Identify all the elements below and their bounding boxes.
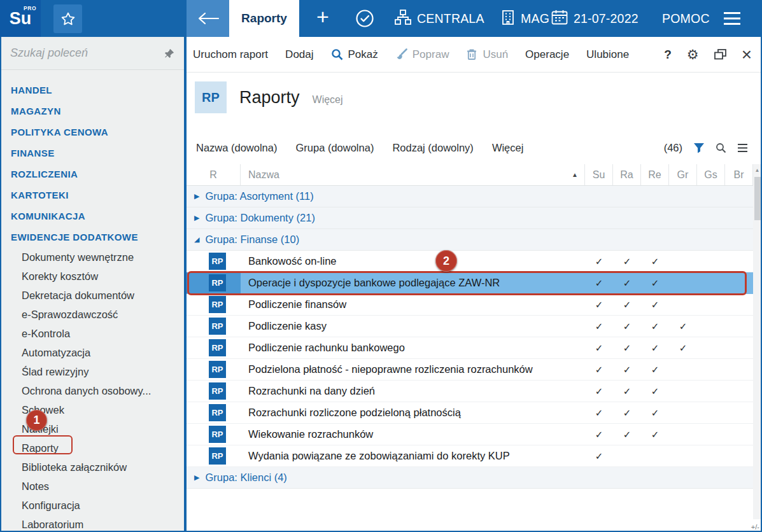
close-icon[interactable]: ×: [742, 48, 752, 61]
sidebar-item-korekty-koszt-w[interactable]: Korekty kosztów: [0, 267, 184, 286]
expand-icon[interactable]: ▶: [194, 214, 199, 222]
toolbar-usu-button[interactable]: Usuń: [466, 48, 508, 61]
group-row-grupa-dokumenty-21[interactable]: ▶Grupa: Dokumenty (21): [187, 207, 753, 229]
sidebar-item-dokumenty-wewn-trzne[interactable]: Dokumenty wewnętrzne: [0, 248, 184, 267]
sidebar-item-e-sprawozdawczo[interactable]: e-Sprawozdawczość: [0, 305, 184, 324]
sidebar-item-lad-rewizyjny[interactable]: Ślad rewizyjny: [0, 362, 184, 381]
new-tab-button[interactable]: +: [299, 0, 346, 37]
table-row[interactable]: RPRozrachunki na dany dzień✓✓✓: [187, 381, 753, 402]
table-row[interactable]: RPOperacje i dyspozycje bankowe podlegaj…: [187, 272, 753, 294]
warehouse-selector[interactable]: MAG: [501, 0, 549, 37]
group-row-grupa-klienci-4[interactable]: ▶Grupa: Klienci (4): [187, 467, 753, 489]
toolbar-label: Ulubione: [586, 48, 629, 61]
group-row-grupa-asortyment-11[interactable]: ▶Grupa: Asortyment (11): [187, 186, 753, 207]
column-header-gr[interactable]: Gr: [669, 164, 697, 185]
table-row[interactable]: RPRozrachunki rozliczone podzieloną płat…: [187, 402, 753, 424]
sync-status-icon[interactable]: [355, 9, 374, 28]
check-cell-ra: ✓: [613, 402, 641, 423]
table-row[interactable]: RPPodzielona płatność - niepoprawne rozl…: [187, 359, 753, 381]
column-header-su[interactable]: Su: [585, 164, 613, 185]
search-input[interactable]: [0, 46, 159, 60]
detach-window-icon[interactable]: [714, 49, 726, 60]
table-row[interactable]: RPPodliczenie kasy✓✓✓✓: [187, 316, 753, 337]
sidebar-item-biblioteka-za-cznik-w[interactable]: Biblioteka załączników: [0, 458, 184, 477]
table-row[interactable]: RPBankowość on-line✓✓✓: [187, 251, 753, 272]
column-header-ra[interactable]: Ra: [613, 164, 641, 185]
table-row[interactable]: RPWydania powiązane ze zobowiązaniami do…: [187, 445, 753, 467]
branch-selector[interactable]: CENTRALA: [395, 0, 484, 37]
report-type-badge: RP: [209, 382, 226, 400]
toolbar-poka-button[interactable]: Pokaż: [331, 48, 378, 61]
tab-raporty[interactable]: Raporty: [229, 0, 299, 37]
column-header-r[interactable]: R: [187, 164, 241, 185]
window-border-left: [0, 37, 1, 532]
sidebar-item-kartoteki[interactable]: KARTOTEKI: [0, 185, 184, 206]
toolbar-ulubione-button[interactable]: Ulubione: [586, 48, 629, 61]
search-icon: [331, 48, 343, 60]
sidebar-item-raporty[interactable]: Raporty: [0, 438, 184, 458]
more-link[interactable]: Więcej: [313, 94, 343, 106]
sidebar-item-e-kontrola[interactable]: e-Kontrola: [0, 324, 184, 343]
gear-icon[interactable]: ⚙: [687, 47, 699, 62]
filter-grupa-dowolna[interactable]: Grupa (dowolna): [295, 142, 374, 154]
check-cell-gs: [697, 251, 725, 272]
column-header-br[interactable]: Br: [725, 164, 753, 185]
column-header-re[interactable]: Re: [641, 164, 669, 185]
check-cell-re: ✓: [641, 251, 669, 272]
sidebar-item-handel[interactable]: HANDEL: [0, 80, 184, 101]
sidebar-item-konfiguracja[interactable]: Konfiguracja: [0, 496, 184, 515]
help-button[interactable]: ?: [664, 48, 672, 62]
filter-wi-cej[interactable]: Więcej: [492, 142, 524, 154]
sidebar-item-magazyn[interactable]: MAGAZYN: [0, 101, 184, 122]
report-type-cell: RP: [187, 294, 241, 315]
page-title: Raporty: [239, 88, 300, 108]
sidebar-item-laboratorium[interactable]: Laboratorium: [0, 515, 184, 532]
toolbar-operacje-button[interactable]: Operacje: [525, 48, 569, 61]
search-icon[interactable]: [716, 143, 726, 153]
favorites-star-button[interactable]: [53, 4, 82, 33]
sidebar-item-ochrona-danych-osobowy[interactable]: Ochrona danych osobowy...: [0, 381, 184, 400]
pin-icon[interactable]: [159, 43, 180, 64]
list-options-icon[interactable]: [737, 143, 748, 153]
filter-nazwa-dowolna[interactable]: Nazwa (dowolna): [196, 142, 277, 154]
expand-icon[interactable]: ▶: [194, 192, 199, 200]
app-logo[interactable]: Su PRO: [0, 0, 41, 37]
report-name-cell: Wiekowanie rozrachunków: [241, 424, 585, 445]
help-menu[interactable]: POMOC: [662, 0, 710, 37]
date-selector[interactable]: 21-07-2022: [551, 0, 639, 37]
check-cell-gs: [697, 337, 725, 358]
check-cell-ra: ✓: [613, 337, 641, 358]
sidebar-menu: HANDELMAGAZYNPOLITYKA CENOWAFINANSEROZLI…: [0, 80, 184, 532]
toolbar-dodaj-button[interactable]: Dodaj: [285, 48, 313, 61]
sidebar-item-dekretacja-dokument-w[interactable]: Dekretacja dokumentów: [0, 286, 184, 305]
check-cell-re: ✓: [641, 272, 669, 293]
back-button[interactable]: [187, 0, 229, 37]
sidebar-item-automatyzacja[interactable]: Automatyzacja: [0, 343, 184, 362]
check-cell-gs: [697, 445, 725, 466]
column-header-gs[interactable]: Gs: [697, 164, 725, 185]
check-cell-gs: [697, 359, 725, 380]
sidebar-item-polityka-cenowa[interactable]: POLITYKA CENOWA: [0, 122, 184, 143]
toolbar-uruchom-raport-button[interactable]: Uruchom raport: [193, 48, 268, 61]
sort-ascending-icon[interactable]: ▲: [572, 171, 578, 178]
scrollbar-thumb[interactable]: [754, 177, 761, 220]
filter-rodzaj-dowolny[interactable]: Rodzaj (dowolny): [392, 142, 473, 154]
column-header-nazwa[interactable]: Nazwa ▲: [241, 164, 585, 185]
report-name-cell: Podzielona płatność - niepoprawne rozlic…: [241, 359, 585, 380]
check-cell-gs: [697, 424, 725, 445]
check-circle-icon: [355, 9, 374, 28]
sidebar-item-notes[interactable]: Notes: [0, 477, 184, 496]
filter-funnel-icon[interactable]: [693, 143, 705, 153]
expand-icon[interactable]: ▶: [194, 473, 199, 482]
sidebar-item-komunikacja[interactable]: KOMUNIKACJA: [0, 206, 184, 227]
main-menu-button[interactable]: [723, 11, 741, 25]
group-row-grupa-finanse-10[interactable]: ◢Grupa: Finanse (10): [187, 229, 753, 251]
table-row[interactable]: RPWiekowanie rozrachunków✓✓✓: [187, 424, 753, 445]
collapse-icon[interactable]: ◢: [194, 235, 199, 244]
table-row[interactable]: RPPodliczenie finansów✓✓✓: [187, 294, 753, 316]
sidebar-item-ewidencje-dodatkowe[interactable]: EWIDENCJE DODATKOWE: [0, 227, 184, 248]
toolbar-popraw-button[interactable]: Popraw: [395, 48, 449, 61]
table-row[interactable]: RPPodliczenie rachunku bankowego✓✓✓✓: [187, 337, 753, 359]
sidebar-item-finanse[interactable]: FINANSE: [0, 143, 184, 164]
sidebar-item-rozliczenia[interactable]: ROZLICZENIA: [0, 164, 184, 185]
